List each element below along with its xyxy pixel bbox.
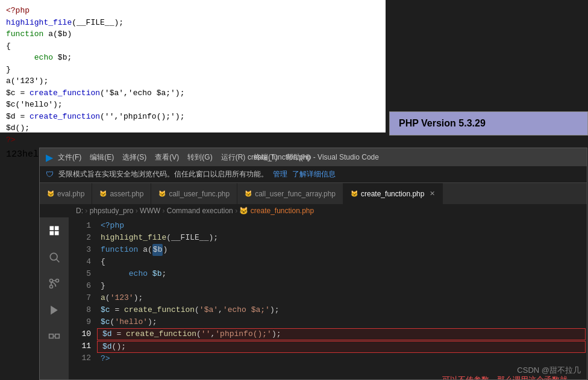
svg-rect-10 (49, 334, 54, 338)
php-close-tag: ?> (6, 135, 16, 145)
svg-rect-1 (55, 226, 59, 231)
tab-create-function-label: create_function.php (361, 190, 424, 198)
csdn-watermark: CSDN @甜不拉几 (517, 364, 581, 376)
call-d: $d(); (6, 123, 30, 132)
line-num-2: 2 (69, 232, 91, 244)
create-func-c: $c = (6, 89, 30, 98)
tab-call-user-func-array-icon: 🐱 (245, 190, 252, 197)
svg-point-4 (50, 253, 57, 260)
tab-call-user-func-array-label: call_user_func_array.php (255, 190, 336, 198)
vscode-window: ▶ 文件(F) 编辑(E) 选择(S) 查看(V) 转到(G) 运行(R) 终端… (39, 148, 587, 380)
tab-assert[interactable]: 🐱 assert.php (92, 183, 151, 204)
line-num-3: 3 (69, 244, 91, 256)
tab-call-user-func-array[interactable]: 🐱 call_user_func_array.php (237, 183, 343, 204)
line-num-1: 1 (69, 220, 91, 232)
line-num-12: 12 (69, 352, 91, 364)
tab-close-icon[interactable]: ✕ (430, 190, 435, 198)
highlight-func: highlight_file (6, 18, 72, 27)
function-keyword: function (6, 30, 43, 39)
code-line-4: { (96, 256, 587, 268)
echo-keyword: echo (34, 53, 53, 62)
svg-line-5 (57, 260, 60, 263)
security-bar: 🛡 受限模式旨在实现安全地浏览代码。信任此窗口以启用所有功能。 管理 了解详细信… (40, 166, 587, 183)
vscode-logo-icon: ▶ (46, 152, 53, 163)
menu-select[interactable]: 选择(S) (122, 152, 146, 163)
window-title: create_function.php - Visual Studio Code (248, 153, 379, 161)
line-num-5: 5 (69, 268, 91, 280)
tab-call-user-func-label: call_user_func.php (169, 190, 230, 198)
editor-area: 1 2 3 4 5 6 7 8 9 10 11 12 <?php highlig… (40, 217, 587, 379)
line-num-9: 9 (69, 316, 91, 328)
php-version-box: PHP Version 5.3.29 (389, 111, 588, 135)
call-a123: a('123'); (6, 76, 48, 86)
code-line-2: highlight_file(__FILE__); (96, 232, 587, 244)
tab-create-function-icon: 🐱 (351, 190, 358, 197)
line-num-8: 8 (69, 304, 91, 316)
tab-eval-icon: 🐱 (47, 190, 54, 197)
menu-file[interactable]: 文件(F) (58, 152, 81, 163)
code-line-6: } (96, 280, 587, 292)
security-text: 受限模式旨在实现安全地浏览代码。信任此窗口以启用所有功能。 (58, 169, 268, 179)
title-bar: ▶ 文件(F) 编辑(E) 选择(S) 查看(V) 转到(G) 运行(R) 终端… (40, 148, 587, 166)
highlight-args: (__FILE__); (72, 18, 124, 27)
menu-view[interactable]: 查看(V) (155, 152, 179, 163)
echo-var: $b; (58, 53, 72, 62)
manage-link[interactable]: 管理 (273, 169, 287, 179)
line-num-11: 11 (69, 340, 91, 352)
menu-goto[interactable]: 转到(G) (187, 152, 212, 163)
code-line-5: echo $b; (96, 268, 587, 280)
menu-edit[interactable]: 编辑(E) (90, 152, 114, 163)
tab-assert-icon: 🐱 (99, 190, 107, 197)
create-func-d-args: ('','phpinfo();'); (100, 112, 184, 121)
line-num-10: 10 (69, 328, 91, 340)
svg-point-8 (50, 285, 53, 288)
breadcrumb-bar: D: › phpstudy_pro › WWW › Command execut… (40, 204, 587, 217)
code-line-7: a('123'); (96, 292, 587, 304)
code-content[interactable]: <?php highlight_file(__FILE__); function… (96, 217, 587, 379)
svg-rect-0 (50, 226, 54, 231)
tab-create-function[interactable]: 🐱 create_function.php ✕ (343, 183, 443, 204)
line-numbers: 1 2 3 4 5 6 7 8 9 10 11 12 (69, 217, 96, 379)
create-func-c-args: ('$a','echo $a;'); (100, 89, 184, 98)
create-func-name-d: create_function (30, 112, 100, 121)
close-brace: } (6, 65, 11, 74)
activity-search-icon[interactable] (46, 249, 63, 266)
line-num-4: 4 (69, 256, 91, 268)
code-line-10: $d = create_function('','phpinfo();'); (97, 328, 586, 340)
shield-icon: 🛡 (46, 170, 54, 179)
breadcrumb-text: D: › phpstudy_pro › WWW › Command execut… (76, 207, 314, 215)
create-func-d: $d = (6, 112, 30, 121)
activity-extensions-icon[interactable] (46, 328, 63, 345)
svg-point-7 (56, 279, 59, 282)
activity-run-debug-icon[interactable] (46, 302, 63, 319)
tab-eval[interactable]: 🐱 eval.php (40, 183, 92, 204)
code-line-9: $c('hello'); (96, 316, 587, 328)
line-num-6: 6 (69, 280, 91, 292)
activity-explorer-icon[interactable] (46, 222, 63, 239)
func-a-def: a($b) (48, 30, 72, 39)
code-line-3: function a($b) (96, 244, 587, 256)
call-c-hello: $c('hello'); (6, 100, 63, 109)
activity-source-control-icon[interactable] (46, 275, 63, 292)
line-num-7: 7 (69, 292, 91, 304)
code-line-1: <?php (96, 220, 587, 232)
echo-indent (6, 53, 34, 62)
menu-run[interactable]: 运行(R) (221, 152, 246, 163)
code-line-11: $d(); (97, 341, 586, 353)
code-line-12: ?> (96, 353, 587, 365)
browser-output: <?php highlight_file(__FILE__); function… (0, 0, 386, 132)
tab-assert-label: assert.php (110, 190, 143, 198)
svg-rect-2 (50, 231, 54, 235)
tab-call-user-func[interactable]: 🐱 call_user_func.php (151, 183, 237, 204)
learn-more-link[interactable]: 了解详细信息 (292, 169, 336, 179)
svg-rect-11 (55, 334, 60, 338)
create-func-name-c: create_function (30, 89, 100, 98)
php-version-label: PHP Version 5.3.29 (399, 118, 486, 128)
php-open-tag: <?php (6, 6, 30, 15)
tab-eval-label: eval.php (57, 190, 84, 198)
svg-rect-3 (55, 231, 59, 235)
open-brace: { (6, 42, 11, 51)
svg-marker-9 (51, 306, 58, 315)
tab-call-user-func-icon: 🐱 (158, 190, 166, 197)
code-line-8: $c = create_function('$a','echo $a;'); (96, 304, 587, 316)
